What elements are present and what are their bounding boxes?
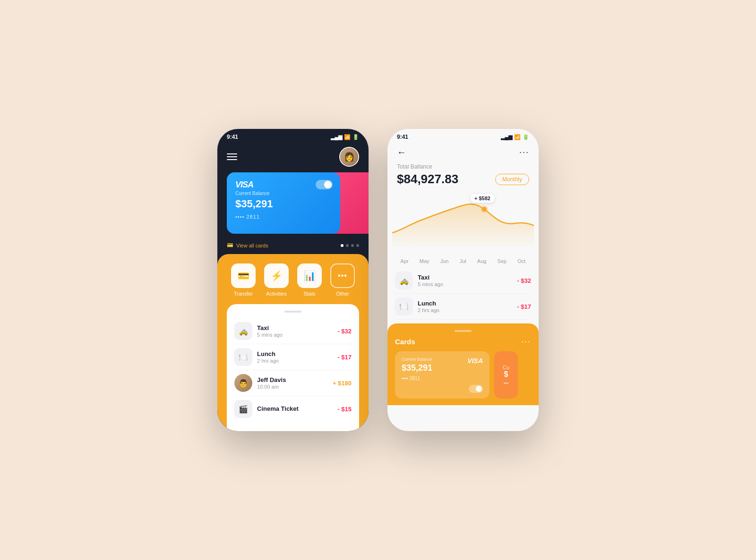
right-tx-lunch-icon: 🍽️ [395,297,413,315]
avatar-image: 👩 [340,148,358,166]
right-tx-taxi-info: Taxi 5 mins ago [418,274,517,287]
signal-icon-r: ▂▄▆ [501,134,512,140]
tx-taxi-info: Taxi 5 mins ago [257,324,337,338]
month-apr: Apr [401,258,409,264]
mini-card-peek-dots: ••• [504,381,509,386]
right-phone: 9:41 ▂▄▆ 📶 🔋 ← ··· Total Ballance $84,92… [387,129,539,431]
phones-container: 9:41 ▂▄▆ 📶 🔋 👩 V Cu $ ••• [217,129,539,431]
mini-toggle-knob [476,386,482,392]
cards-row: Current Balance VISA $35,291 •••• 2811 C… [395,351,531,399]
tx-jeff-info: Jeff Davis 10:00 am [257,376,333,390]
other-icon: ••• [338,272,347,280]
mini-card-visa[interactable]: Current Balance VISA $35,291 •••• 2811 [395,351,490,399]
dot-2 [346,244,349,247]
tx-cinema[interactable]: 🎬 Cinema Ticket - $15 [234,396,352,422]
stats-label: Stats [303,291,315,297]
dot-3 [351,244,354,247]
cards-title: Cards [395,338,415,346]
transfer-icon: 💳 [238,270,249,281]
tx-lunch-amount: - $17 [337,354,352,361]
month-jun: Jun [440,258,449,264]
right-tx-lunch-time: 2 hrs ago [418,307,517,313]
time-left: 9:41 [227,134,238,140]
menu-button[interactable] [227,153,237,160]
other-label: Other [336,291,349,297]
tx-jeff-amount: + $180 [333,380,352,387]
left-phone: 9:41 ▂▄▆ 📶 🔋 👩 V Cu $ ••• [217,129,369,431]
drag-handle-dark [455,330,472,332]
tx-taxi-name: Taxi [257,324,337,331]
tx-cinema-name: Cinema Ticket [257,405,337,412]
right-tx-lunch[interactable]: 🍽️ Lunch 2 hrs ago - $17 [395,294,531,320]
mini-card-number: •••• 2811 [402,376,483,381]
activities-icon: ⚡ [271,270,283,281]
status-bar-left: 9:41 ▂▄▆ 📶 🔋 [217,129,369,143]
action-stats[interactable]: 📊 Stats [297,263,322,297]
right-tx-taxi-time: 5 mins ago [418,281,517,287]
right-tx-taxi[interactable]: 🚕 Taxi 5 mins ago - $32 [395,268,531,294]
right-tx-taxi-amount: - $32 [517,277,531,284]
right-tx-taxi-name: Taxi [418,274,517,281]
transfer-icon-box: 💳 [231,263,256,288]
tx-taxi-amount: - $32 [337,328,352,335]
right-tx-lunch-name: Lunch [418,300,517,307]
month-may: May [420,258,430,264]
transfer-label: Transfer [234,291,253,297]
time-right: 9:41 [397,134,408,140]
wifi-icon-r: 📶 [514,134,521,140]
tx-jeff-name: Jeff Davis [257,376,333,383]
mini-card-toggle[interactable] [469,385,483,393]
view-all-row: 💳 View all cards [217,238,369,250]
month-jul: Jul [460,258,466,264]
tx-jeff-time: 10:00 am [257,384,333,390]
tx-taxi[interactable]: 🚕 Taxi 5 mins ago - $32 [234,318,352,344]
balance-row: $84,927.83 Monthly [397,172,529,187]
card-toggle[interactable] [316,180,333,189]
signal-icon: ▂▄▆ [331,134,342,140]
chart-area: + $582 [387,190,539,256]
action-activities[interactable]: ⚡ Activities [264,263,289,297]
card-label: Current Balance [235,191,332,196]
action-transfer[interactable]: 💳 Transfer [231,263,256,297]
activities-label: Activities [266,291,286,297]
mini-card-logo: VISA [467,357,483,365]
back-button[interactable]: ← [397,147,406,158]
dot-1 [341,244,344,247]
tx-lunch-time: 2 hrs ago [257,358,337,364]
period-badge[interactable]: Monthly [495,174,529,185]
action-other[interactable]: ••• Other [330,263,355,297]
right-transactions: 🚕 Taxi 5 mins ago - $32 🍽️ Lunch 2 hrs a… [387,268,539,320]
months-row: Apr May Jun Jul Aug Sep Oct [387,256,539,268]
quick-actions: 💳 Transfer ⚡ Activities 📊 Stats [227,263,359,297]
chart-dot-ring [481,205,488,213]
view-all-link[interactable]: 💳 View all cards [227,242,268,248]
card-dots [341,244,359,247]
tx-jeff[interactable]: 👨 Jeff Davis 10:00 am + $180 [234,370,352,396]
status-icons-right: ▂▄▆ 📶 🔋 [501,134,529,140]
tx-lunch-info: Lunch 2 hrs ago [257,350,337,364]
other-icon-box: ••• [330,263,355,288]
transactions-panel: 🚕 Taxi 5 mins ago - $32 🍽️ Lunch 2 hrs a… [227,304,359,431]
more-button[interactable]: ··· [519,147,529,157]
balance-title: Total Ballance [397,163,529,170]
cards-more-button[interactable]: ··· [521,337,531,347]
right-tx-lunch-info: Lunch 2 hrs ago [418,300,517,313]
tx-lunch-icon: 🍽️ [234,348,252,366]
chart-tooltip: + $582 [471,194,494,203]
avatar[interactable]: 👩 [339,147,359,167]
tx-jeff-avatar: 👨 [234,374,252,392]
status-bar-right: 9:41 ▂▄▆ 📶 🔋 [387,129,539,143]
mini-card-peek-amount: $ [504,370,508,379]
mini-card-peek: Cu $ ••• [494,351,518,399]
visa-card[interactable]: VISA Current Balance $35,291 •••• 2811 [227,172,340,234]
month-aug: Aug [477,258,487,264]
tx-lunch[interactable]: 🍽️ Lunch 2 hrs ago - $17 [234,344,352,370]
tx-cinema-info: Cinema Ticket [257,405,337,413]
chart-svg [392,190,534,247]
right-tx-taxi-icon: 🚕 [395,272,413,289]
mini-card-balance: $35,291 [402,363,483,373]
tx-cinema-amount: - $15 [337,406,352,413]
status-icons-left: ▂▄▆ 📶 🔋 [331,134,359,140]
wifi-icon: 📶 [344,134,351,140]
right-header: ← ··· [387,143,539,161]
